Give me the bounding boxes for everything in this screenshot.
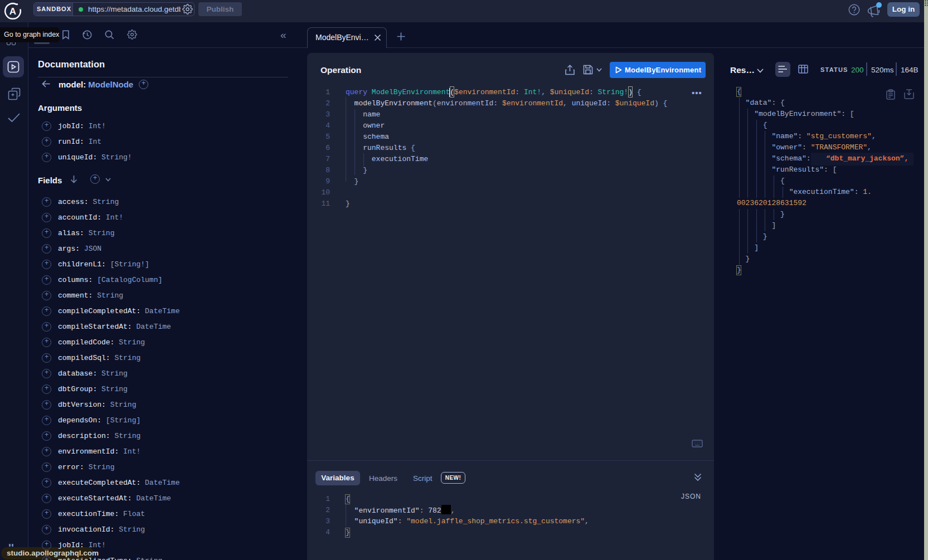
svg-text:A: A [9, 6, 16, 17]
